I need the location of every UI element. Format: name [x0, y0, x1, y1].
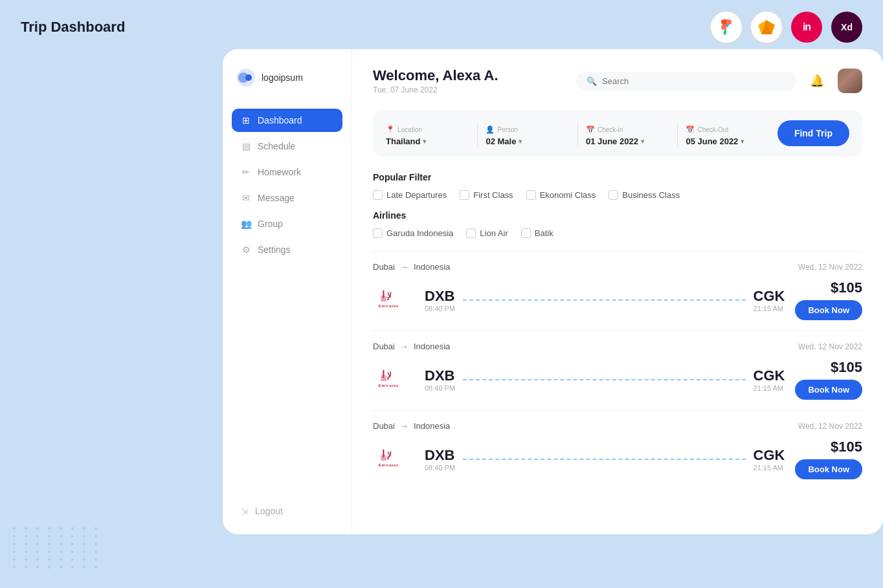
- flight-times-2: DXB 08:40 PM CGK 21:15 AM: [425, 447, 785, 472]
- schedule-icon: ▤: [241, 141, 251, 151]
- checkout-label: 📅 Check-Out: [686, 125, 769, 134]
- dashed-line-2: [463, 459, 745, 460]
- filter-late-departures[interactable]: Late Departures: [373, 190, 447, 200]
- sidebar-item-label-dashboard: Dashboard: [258, 115, 302, 125]
- airline-logo-2: 🏛 ا لإ Emirates: [373, 442, 414, 476]
- from-city-1: Dubai: [373, 342, 395, 351]
- logout-item[interactable]: ⇲ Logout: [241, 506, 333, 516]
- chevron-down-icon-2: ▾: [519, 138, 522, 145]
- sidebar-item-label-homework: Homework: [258, 167, 301, 177]
- checkbox-garuda[interactable]: [373, 228, 383, 238]
- book-now-button-0[interactable]: Book Now: [795, 300, 862, 320]
- logout-label: Logout: [255, 506, 283, 516]
- airline-logo-0: 🏛 ا لإ Emirates: [373, 283, 414, 317]
- sidebar-item-label-group: Group: [258, 219, 283, 229]
- sidebar-item-settings[interactable]: ⚙ Settings: [232, 238, 342, 261]
- popular-filter-options: Late Departures First Class Ekonomi Clas…: [373, 190, 862, 200]
- svg-point-5: [245, 74, 252, 81]
- flights-section: Dubai → Indonesia Wed, 12 Nov 2022 🏛 ا ل…: [373, 251, 862, 490]
- chevron-down-icon-4: ▾: [741, 138, 744, 145]
- svg-text:Emirates: Emirates: [379, 463, 399, 466]
- person-field: 👤 Person 02 Male ▾: [486, 125, 569, 146]
- checkbox-first-class[interactable]: [460, 190, 469, 200]
- sidebar-item-label-schedule: Schedule: [258, 141, 295, 151]
- settings-icon: ⚙: [241, 245, 251, 255]
- find-trip-button[interactable]: Find Trip: [777, 120, 849, 146]
- location-select[interactable]: Thailand ▾: [386, 136, 469, 146]
- to-time-0: 21:15 AM: [754, 305, 785, 312]
- nav-menu: ⊞ Dashboard ▤ Schedule ✏ Homework ✉ Mess…: [223, 109, 352, 493]
- route-arrow-2: →: [400, 421, 408, 431]
- from-city-2: Dubai: [373, 421, 395, 431]
- svg-text:ا: ا: [382, 449, 385, 459]
- svg-text:ا: ا: [382, 290, 385, 300]
- svg-text:ا: ا: [382, 369, 385, 380]
- bell-icon[interactable]: 🔔: [805, 69, 829, 93]
- checkin-label: 📅 Check-in: [586, 125, 669, 134]
- invision-icon[interactable]: in: [791, 12, 822, 43]
- filter-lion-air[interactable]: Lion Air: [466, 228, 508, 238]
- flight-group-2: Dubai → Indonesia Wed, 12 Nov 2022 🏛 ا ل…: [373, 410, 862, 490]
- airline-logo-1: 🏛 ا لإ Emirates: [373, 363, 414, 397]
- route-arrow-0: →: [400, 262, 408, 272]
- sketch-icon[interactable]: [751, 12, 782, 43]
- filter-business-class[interactable]: Business Class: [609, 190, 680, 200]
- logout-icon: ⇲: [241, 506, 249, 516]
- sidebar-item-dashboard[interactable]: ⊞ Dashboard: [232, 109, 342, 132]
- to-time-2: 21:15 AM: [754, 464, 785, 472]
- popular-filter-title: Popular Filter: [373, 172, 862, 182]
- chevron-down-icon: ▾: [423, 138, 426, 145]
- location-field: 📍 Location Thailand ▾: [386, 125, 469, 146]
- sidebar-item-message[interactable]: ✉ Message: [232, 186, 342, 210]
- logo-area: logoipsum: [223, 67, 352, 109]
- checkbox-batik[interactable]: [521, 228, 531, 238]
- flight-times-0: DXB 08:40 PM CGK 21:15 AM: [425, 288, 785, 312]
- checkout-select[interactable]: 05 June 2022 ▾: [686, 136, 769, 146]
- flight-route-text-2: Dubai → Indonesia: [373, 421, 450, 431]
- to-city-2: Indonesia: [414, 421, 450, 431]
- to-airport-1: CGK 21:15 AM: [754, 367, 785, 392]
- sidebar-item-homework[interactable]: ✏ Homework: [232, 160, 342, 184]
- sidebar-item-schedule[interactable]: ▤ Schedule: [232, 135, 342, 158]
- flight-card-2: 🏛 ا لإ Emirates DXB 08:40 PM: [373, 439, 862, 479]
- sidebar-item-group[interactable]: 👥 Group: [232, 212, 342, 235]
- person-select[interactable]: 02 Male ▾: [486, 136, 569, 146]
- filter-garuda[interactable]: Garuda Indonesia: [373, 228, 453, 238]
- field-divider-1: [477, 123, 478, 146]
- from-code-0: DXB: [425, 288, 455, 305]
- person-label: 👤 Person: [486, 125, 569, 134]
- svg-text:لإ: لإ: [387, 292, 392, 301]
- book-now-button-2[interactable]: Book Now: [795, 459, 862, 479]
- search-bar[interactable]: 🔍: [576, 72, 796, 91]
- checkbox-business-class[interactable]: [609, 190, 618, 200]
- filter-first-class[interactable]: First Class: [460, 190, 513, 200]
- filter-batik[interactable]: Batik: [521, 228, 553, 238]
- svg-text:Emirates: Emirates: [379, 303, 399, 307]
- flight-route-text-1: Dubai → Indonesia: [373, 342, 450, 351]
- search-icon: 🔍: [587, 76, 597, 86]
- figma-icon[interactable]: [711, 12, 742, 43]
- logo-text: logoipsum: [262, 72, 303, 83]
- flight-line-0: [463, 299, 745, 301]
- route-arrow-1: →: [400, 342, 408, 351]
- to-airport-2: CGK 21:15 AM: [754, 447, 785, 472]
- book-now-button-1[interactable]: Book Now: [795, 380, 862, 400]
- checkin-select[interactable]: 01 June 2022 ▾: [586, 136, 669, 146]
- search-form: 📍 Location Thailand ▾ 👤 Person 02 Male ▾: [373, 110, 862, 157]
- airlines-title: Airlines: [373, 210, 862, 221]
- checkbox-ekonomi-class[interactable]: [526, 190, 536, 200]
- sidebar-item-label-settings: Settings: [258, 245, 291, 255]
- search-input[interactable]: [602, 76, 786, 86]
- checkbox-late-departures[interactable]: [373, 190, 383, 200]
- to-code-0: CGK: [754, 288, 785, 305]
- content-header: Welcome, Alexa A. Tue, 07 June 2022 🔍 🔔: [373, 67, 862, 94]
- location-icon: 📍: [386, 125, 395, 134]
- sidebar: logoipsum ⊞ Dashboard ▤ Schedule ✏ Homew…: [223, 49, 352, 534]
- filter-ekonomi-class[interactable]: Ekonomi Class: [526, 190, 596, 200]
- checkbox-lion-air[interactable]: [466, 228, 476, 238]
- avatar[interactable]: [838, 69, 862, 93]
- xd-icon[interactable]: Xd: [831, 12, 862, 43]
- calendar-icon: 📅: [586, 125, 595, 134]
- to-code-1: CGK: [754, 367, 785, 384]
- from-code-2: DXB: [425, 447, 455, 464]
